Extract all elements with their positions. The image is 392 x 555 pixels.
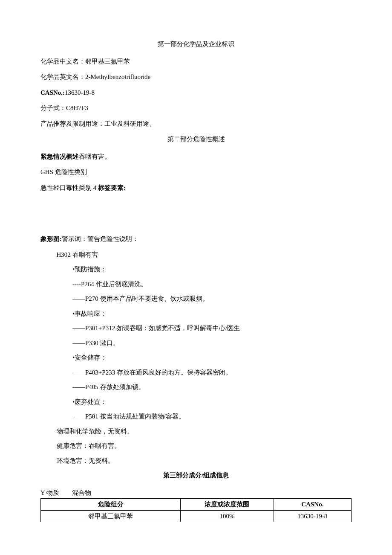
table-header-row: 危险组分 浓度或浓度范围 CASNo. [41, 499, 352, 511]
prevention-header: •预防措施： [72, 264, 352, 274]
cas-value: 13630-19-8 [65, 89, 95, 96]
td-component: 邻甲基三氟甲苯 [41, 510, 181, 522]
use-value: 工业及科研用途。 [104, 120, 156, 127]
td-cas: 13630-19-8 [274, 510, 351, 522]
acute-toxicity: 急性经口毒性类别 4 标签要素: [40, 183, 352, 193]
table-row: 邻甲基三氟甲苯 100% 13630-19-8 [41, 510, 352, 522]
th-component: 危险组分 [41, 499, 181, 511]
name-en-value: 2-MethyIbenzotrifluoride [85, 73, 150, 80]
cas-number: CASNo.:13630-19-8 [40, 88, 352, 98]
health-hazard: 健康危害：吞咽有害。 [57, 441, 352, 451]
molecular-formula: 分子式：C8H7F3 [40, 103, 352, 113]
ghs-label: GHS 危险性类别 [40, 169, 87, 175]
cas-label: CASNo.: [40, 89, 65, 96]
formula-label: 分子式： [40, 105, 66, 111]
emergency-label: 紧急情况概述 [40, 153, 79, 160]
acute-text: 急性经口毒性类别 4 [40, 184, 98, 191]
chemical-name-en: 化学品英文名：2-MethyIbenzotrifluoride [40, 72, 352, 82]
pictogram-label: 象形图: [40, 235, 62, 242]
name-cn-value: 邻甲基三氟甲苯 [85, 58, 130, 65]
p405-statement: ——P405 存放处须加锁。 [72, 382, 352, 392]
pictogram-placeholder [40, 198, 352, 228]
p270-statement: ——P270 使用本产品时不要进食、饮水或吸烟。 [72, 294, 352, 304]
h302-statement: H302 吞咽有害 [57, 250, 352, 260]
response-header: •事故响应： [72, 309, 352, 319]
emergency-value: 吞咽有害。 [79, 153, 111, 160]
substance-type-line: Y 物质混合物 [40, 488, 352, 498]
th-cas: CASNo. [274, 499, 351, 511]
p403-statement: ——P403+P233 存放在通风良好的地方。保持容器密闭。 [72, 368, 352, 378]
chemical-name-cn: 化学品中文名：邻甲基三氟甲苯 [40, 57, 352, 67]
ghs-category: GHS 危险性类别 [40, 167, 352, 177]
name-cn-label: 化学品中文名： [40, 58, 85, 65]
p501-statement: ——P501 按当地法规处置内装物/容器。 [72, 412, 352, 421]
td-concentration: 100% [181, 510, 274, 522]
disposal-header: •废弃处置： [72, 397, 352, 407]
name-en-label: 化学品英文名： [40, 73, 85, 80]
env-hazard: 环境危害：无资料。 [57, 456, 352, 466]
subst-mix: 混合物 [72, 489, 91, 496]
signal-value: 警告 [87, 235, 100, 242]
use-label: 产品推荐及限制用途： [40, 120, 104, 127]
pictogram-signal-line: 象形图:警示词：警告危险性说明： [40, 234, 352, 244]
section3-title: 第三部分成分/组成信息 [40, 471, 352, 480]
physical-hazard: 物理和化学危险，无资料。 [57, 427, 352, 436]
storage-header: •安全储存： [72, 353, 352, 363]
subst-prefix: Y 物质 [40, 489, 59, 496]
hazard-label: 危险性说明： [100, 235, 138, 242]
p264-statement: ----P264 作业后彻底清洗。 [72, 279, 352, 289]
section2-title: 第二部分危险性概述 [40, 134, 352, 144]
p301-statement: ——P301+P312 如误吞咽：如感觉不适，呼叫解毒中心/医生 [72, 323, 352, 333]
composition-table: 危险组分 浓度或浓度范围 CASNo. 邻甲基三氟甲苯 100% 13630-1… [40, 498, 352, 522]
p330-statement: ——P330 漱口。 [72, 338, 352, 348]
th-concentration: 浓度或浓度范围 [181, 499, 274, 511]
emergency-overview: 紧急情况概述吞咽有害。 [40, 152, 352, 162]
section1-title: 第一部分化学品及企业标识 [40, 39, 352, 49]
signal-label: 警示词： [62, 235, 87, 242]
formula-value: C8H7F3 [66, 105, 88, 111]
recommended-use: 产品推荐及限制用途：工业及科研用途。 [40, 119, 352, 129]
tag-label: 标签要素: [98, 184, 126, 191]
